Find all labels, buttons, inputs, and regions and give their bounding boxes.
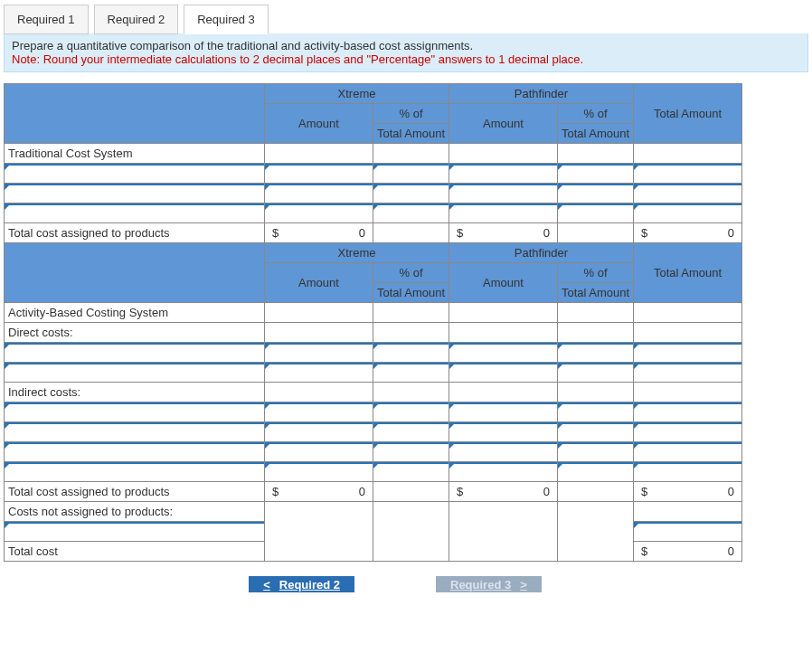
input-cell[interactable] [5,184,265,203]
cell[interactable] [558,303,634,323]
input-cell[interactable] [373,164,449,184]
input-cell[interactable] [373,442,449,462]
input-cell[interactable] [634,462,742,482]
cell[interactable] [449,144,558,164]
cell[interactable] [373,144,449,164]
input-cell[interactable] [373,363,449,383]
input-cell[interactable] [5,522,265,542]
cell[interactable] [373,383,449,402]
input-cell[interactable] [449,442,558,462]
cell[interactable] [373,323,449,343]
tab-required-2[interactable]: Required 2 [94,5,179,34]
cell-total-xtreme-2: $0 [265,482,373,502]
input-cell[interactable] [373,343,449,363]
input-cell[interactable] [5,462,265,482]
input-cell[interactable] [373,422,449,442]
cell [265,542,373,562]
input-cell[interactable] [558,442,634,462]
input-cell[interactable] [634,422,742,442]
input-cell[interactable] [5,402,265,422]
input-cell[interactable] [634,402,742,422]
cell-total-xtreme-1: $0 [265,223,373,243]
header-pct-of-1: % of [373,104,449,124]
cell[interactable] [449,303,558,323]
prev-button[interactable]: < Required 2 [249,576,354,592]
input-cell[interactable] [265,442,373,462]
input-cell[interactable] [265,422,373,442]
input-cell[interactable] [449,343,558,363]
input-cell[interactable] [5,422,265,442]
input-cell[interactable] [634,343,742,363]
input-cell[interactable] [558,203,634,223]
input-cell[interactable] [558,422,634,442]
prev-button-label: Required 2 [279,578,340,591]
input-cell[interactable] [5,203,265,223]
row-direct-label: Direct costs: [5,323,265,343]
tab-required-1[interactable]: Required 1 [4,5,89,34]
input-cell[interactable] [558,164,634,184]
input-cell[interactable] [634,363,742,383]
input-cell[interactable] [373,184,449,203]
cell[interactable] [265,303,373,323]
cell[interactable] [558,323,634,343]
next-button-label: Required 3 [450,578,511,591]
cell[interactable] [265,323,373,343]
cell[interactable] [373,303,449,323]
input-cell[interactable] [373,203,449,223]
input-cell[interactable] [5,363,265,383]
input-cell[interactable] [634,203,742,223]
input-cell[interactable] [265,363,373,383]
input-cell[interactable] [558,184,634,203]
cell[interactable] [634,383,742,402]
cell[interactable] [449,323,558,343]
header-pct-of-3: % of [373,263,449,283]
input-cell[interactable] [634,442,742,462]
input-cell[interactable] [449,203,558,223]
input-cell[interactable] [5,343,265,363]
input-cell[interactable] [634,184,742,203]
input-cell[interactable] [634,164,742,184]
input-cell[interactable] [265,343,373,363]
input-cell[interactable] [265,203,373,223]
input-cell[interactable] [265,402,373,422]
header-blank-2 [5,243,265,303]
tab-required-3[interactable]: Required 3 [184,5,269,34]
input-cell[interactable] [449,402,558,422]
input-cell[interactable] [558,343,634,363]
cell[interactable] [634,502,742,522]
cell[interactable] [558,383,634,402]
cell[interactable] [449,383,558,402]
input-cell[interactable] [373,402,449,422]
input-cell[interactable] [558,462,634,482]
input-cell[interactable] [265,462,373,482]
input-cell[interactable] [5,442,265,462]
input-cell[interactable] [265,164,373,184]
cell[interactable] [265,383,373,402]
cell[interactable] [558,144,634,164]
header-pct-of-4: % of [558,263,634,283]
input-cell[interactable] [373,462,449,482]
cost-comparison-table: Xtreme Pathfinder Total Amount Amount % … [4,83,742,562]
row-total-cost-label: Total cost [5,542,265,562]
cell-grand-total: $0 [634,542,742,562]
cell-total-amount-2: $0 [634,482,742,502]
cell[interactable] [634,303,742,323]
input-cell[interactable] [449,164,558,184]
cell [449,522,558,542]
cell[interactable] [634,323,742,343]
cell [373,522,449,542]
header-pct-of-2: % of [558,104,634,124]
cell[interactable] [265,144,373,164]
input-cell[interactable] [449,422,558,442]
input-cell[interactable] [5,164,265,184]
input-cell[interactable] [449,363,558,383]
row-traditional-label: Traditional Cost System [5,144,265,164]
input-cell[interactable] [449,462,558,482]
input-cell[interactable] [265,184,373,203]
input-cell[interactable] [558,402,634,422]
input-cell[interactable] [449,184,558,203]
input-cell[interactable] [634,522,742,542]
input-cell[interactable] [558,363,634,383]
row-abc-label: Activity-Based Costing System [5,303,265,323]
cell[interactable] [634,144,742,164]
